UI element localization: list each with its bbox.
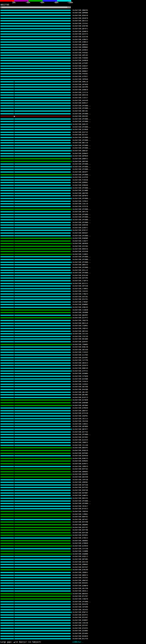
hit-label[interactable]: UniRef100_UPI000... xyxy=(73,266,91,268)
alignment-bar[interactable] xyxy=(0,70,71,72)
hit-label[interactable]: UniRef100_B5NC23 xyxy=(73,458,88,460)
alignment-bar[interactable] xyxy=(0,421,71,422)
alignment-bar[interactable] xyxy=(0,527,71,528)
hit-label[interactable]: UniRef100_C6VZS6 xyxy=(73,420,88,422)
alignment-bar[interactable] xyxy=(0,376,71,377)
hit-label[interactable]: UniRef100_Q5N8C8 xyxy=(73,89,88,91)
hit-label[interactable]: UniRef100_A9Y546 xyxy=(73,285,88,287)
hit-label[interactable]: UniRef100_C1M861 xyxy=(73,513,88,515)
hit-label[interactable]: UniRef100_B9XGH7 xyxy=(73,232,88,234)
alignment-bar[interactable] xyxy=(0,174,71,175)
alignment-bar[interactable] xyxy=(0,222,71,223)
alignment-bar[interactable] xyxy=(0,392,71,393)
hit-label[interactable]: UniRef100_B1LF59 xyxy=(73,638,88,640)
alignment-bar[interactable] xyxy=(0,612,71,613)
alignment-bar[interactable] xyxy=(0,551,71,552)
hit-label[interactable]: UniRef100_B1MXT1 xyxy=(73,463,88,465)
hit-label[interactable]: UniRef100_A9BHH2 xyxy=(73,564,88,566)
alignment-bar[interactable] xyxy=(0,232,71,234)
hit-label[interactable]: UniRef100_Q8IZ12 xyxy=(73,20,88,22)
hit-label[interactable]: UniRef100_C1G020 xyxy=(73,309,88,311)
hit-label[interactable]: UniRef100_A8IVM9 xyxy=(73,86,88,88)
hit-label[interactable]: UniRef100_C8TGR9 xyxy=(73,606,88,608)
hit-label[interactable]: UniRef100_UPI000... xyxy=(73,434,91,436)
hit-label[interactable]: UniRef100_Q22575 xyxy=(73,33,88,35)
hit-label[interactable]: UniRef100_A0ZGP7 xyxy=(73,171,88,173)
hit-label[interactable]: UniRef100_Q0CVU4 xyxy=(73,330,88,332)
hit-label[interactable]: UniRef100_B5W0B2 xyxy=(73,304,88,306)
hit-label[interactable]: UniRef100_C1OU77 xyxy=(73,240,88,242)
alignment-bar[interactable] xyxy=(0,543,71,544)
alignment-bar[interactable] xyxy=(0,275,71,276)
alignment-bar[interactable] xyxy=(0,254,71,255)
alignment-bar[interactable] xyxy=(0,166,71,167)
alignment-bar[interactable] xyxy=(0,78,71,80)
alignment-bar[interactable] xyxy=(0,18,71,19)
hit-label[interactable]: UniRef100_A0L103 xyxy=(73,391,88,393)
alignment-bar[interactable] xyxy=(0,108,71,109)
alignment-bar[interactable] xyxy=(0,389,71,390)
hit-label[interactable]: UniRef100_C2L1G6 xyxy=(73,444,88,446)
alignment-bar[interactable] xyxy=(0,394,71,396)
hit-label[interactable]: UniRef100_C6DB51 xyxy=(73,572,88,574)
hit-label[interactable]: UniRef100_A3IIB4 xyxy=(73,245,88,247)
alignment-bar[interactable] xyxy=(0,81,71,82)
alignment-bar[interactable] xyxy=(0,617,71,618)
alignment-bar[interactable] xyxy=(0,598,71,600)
hit-label[interactable]: UniRef100_P19556 xyxy=(73,179,88,181)
alignment-bar[interactable] xyxy=(0,365,71,366)
alignment-bar[interactable] xyxy=(0,92,71,93)
hit-label[interactable]: UniRef100_Q5N6C9 xyxy=(73,30,88,32)
alignment-bar[interactable] xyxy=(0,593,71,594)
alignment-bar[interactable] xyxy=(0,397,71,398)
hit-label[interactable]: UniRef100_UPI000... xyxy=(73,118,91,120)
alignment-bar[interactable] xyxy=(0,203,71,204)
hit-label[interactable]: UniRef100_UPI000... xyxy=(73,139,91,141)
hit-label[interactable]: UniRef100_C2UL16 xyxy=(73,203,88,205)
hit-label[interactable]: UniRef100_C4CZE5 xyxy=(73,577,88,579)
hit-label[interactable]: UniRef100_UPI000... xyxy=(73,174,91,176)
alignment-bar[interactable] xyxy=(0,211,71,212)
alignment-bar[interactable] xyxy=(0,148,71,149)
alignment-bar[interactable] xyxy=(0,312,71,313)
hit-label[interactable]: UniRef100_Q40IU6 xyxy=(73,224,88,226)
hit-label[interactable]: UniRef100_B8NCU9 xyxy=(73,367,88,369)
alignment-bar[interactable] xyxy=(0,466,71,467)
hit-label[interactable]: UniRef100_A0SXC4 xyxy=(73,362,88,364)
alignment-bar[interactable] xyxy=(0,158,71,159)
alignment-bar[interactable] xyxy=(0,354,71,356)
hit-label[interactable]: UniRef100_C5Y1V0 xyxy=(73,548,88,550)
alignment-bar[interactable] xyxy=(0,105,71,106)
alignment-bar[interactable] xyxy=(0,535,71,536)
hit-label[interactable]: UniRef100_Q19959 xyxy=(73,545,88,547)
hit-label[interactable]: UniRef100_B3FYA2 xyxy=(73,468,88,470)
alignment-bar[interactable] xyxy=(0,577,71,578)
alignment-bar[interactable] xyxy=(0,251,71,252)
alignment-bar[interactable] xyxy=(0,278,71,279)
hit-label[interactable]: UniRef100_Q54VM7 xyxy=(73,357,88,359)
alignment-bar[interactable] xyxy=(0,463,71,464)
alignment-bar[interactable] xyxy=(0,328,71,329)
alignment-bar[interactable] xyxy=(0,198,71,199)
alignment-bar[interactable] xyxy=(0,564,71,565)
hit-label[interactable]: UniRef100_A3WLH5 xyxy=(73,306,88,308)
alignment-bar[interactable] xyxy=(0,458,71,459)
alignment-bar[interactable] xyxy=(0,44,71,45)
alignment-bar[interactable] xyxy=(0,270,71,271)
hit-label[interactable]: UniRef100_Q8TH05 xyxy=(73,558,88,560)
hit-label[interactable]: UniRef100_Q69X42 xyxy=(73,44,88,46)
alignment-bar[interactable] xyxy=(0,601,71,602)
hit-label[interactable]: UniRef100_UPI000... xyxy=(73,168,91,170)
hit-label[interactable]: UniRef100_Q1YW20 xyxy=(73,399,88,401)
hit-label[interactable]: UniRef100_Q1E7V2 xyxy=(73,131,88,133)
alignment-bar[interactable] xyxy=(0,10,71,11)
alignment-bar[interactable] xyxy=(0,12,71,14)
hit-label[interactable]: UniRef100_C1FI74 xyxy=(73,92,88,94)
alignment-bar[interactable] xyxy=(0,288,71,289)
hit-label[interactable]: UniRef100_C5C1X4 xyxy=(73,333,88,335)
alignment-bar[interactable] xyxy=(0,522,71,523)
alignment-bar[interactable] xyxy=(0,585,71,586)
alignment-bar[interactable] xyxy=(0,113,71,114)
hit-label[interactable]: UniRef100_Q38766 xyxy=(73,25,88,27)
alignment-bar[interactable] xyxy=(0,558,71,560)
